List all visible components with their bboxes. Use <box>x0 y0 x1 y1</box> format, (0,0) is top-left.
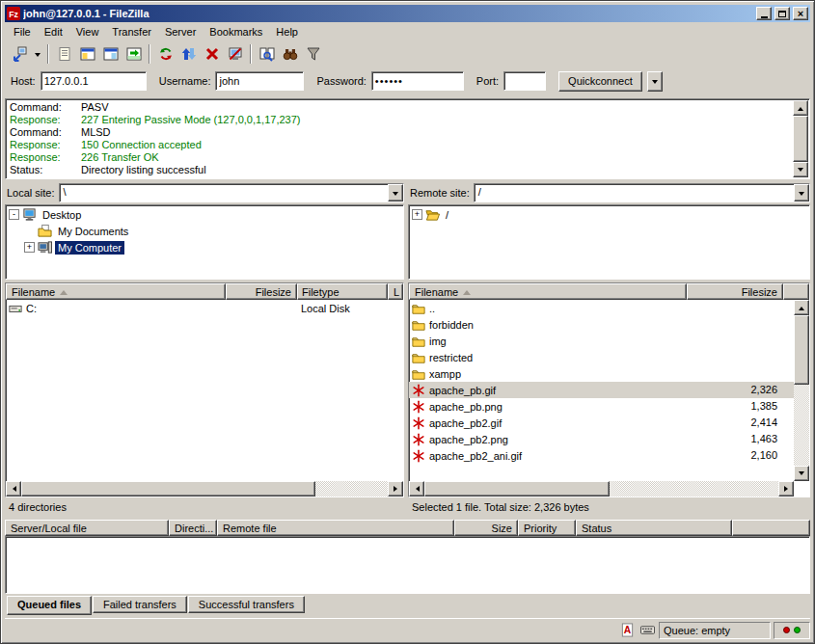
disconnect-button[interactable] <box>224 43 246 65</box>
cancel-button[interactable] <box>201 43 223 65</box>
filter-button[interactable] <box>302 43 324 65</box>
toggle-queue-button[interactable] <box>122 43 145 65</box>
menu-server[interactable]: Server <box>158 24 203 40</box>
menu-file[interactable]: File <box>7 24 38 40</box>
table-row[interactable]: apache_pb2.png 1,463 <box>409 431 794 447</box>
scroll-track[interactable] <box>794 385 809 466</box>
menu-transfer[interactable]: Transfer <box>105 24 158 40</box>
column-header-filename[interactable]: Filename <box>409 283 687 300</box>
toggle-local-tree-button[interactable] <box>76 43 98 65</box>
remote-horizontal-scrollbar[interactable] <box>409 481 794 496</box>
tab-failed-transfers[interactable]: Failed transfers <box>93 596 187 613</box>
queue-body[interactable] <box>5 536 810 594</box>
column-header-filename[interactable]: Filename <box>6 283 226 300</box>
quickconnect-dropdown-button[interactable] <box>647 71 663 92</box>
scroll-up-button[interactable] <box>794 300 809 315</box>
computer-icon <box>38 240 52 255</box>
table-row[interactable]: forbidden <box>409 316 794 333</box>
column-header-filesize[interactable]: Filesize <box>226 283 297 300</box>
table-row[interactable]: apache_pb2.gif 2,414 <box>409 415 794 431</box>
scroll-down-button[interactable] <box>794 466 809 481</box>
menu-edit[interactable]: Edit <box>38 24 69 40</box>
menu-help[interactable]: Help <box>269 24 305 40</box>
remote-vertical-scrollbar[interactable] <box>794 300 809 481</box>
refresh-button[interactable] <box>154 43 177 65</box>
arrow-left-icon <box>10 486 16 492</box>
scroll-track[interactable] <box>315 481 388 496</box>
scroll-down-button[interactable] <box>793 162 808 177</box>
column-header-filetype[interactable]: Filetype <box>297 283 388 300</box>
toggle-log-button[interactable] <box>53 43 75 65</box>
minimize-button[interactable] <box>756 7 772 20</box>
column-header-remote-file[interactable]: Remote file <box>217 520 454 536</box>
combo-dropdown-button[interactable] <box>388 184 403 201</box>
directory-compare-button[interactable] <box>256 43 278 65</box>
table-row[interactable]: apache_pb2_ani.gif 2,160 <box>409 447 794 464</box>
title-bar: john@127.0.0.1 - FileZilla × <box>5 5 810 22</box>
password-input[interactable] <box>371 71 464 91</box>
scroll-up-button[interactable] <box>793 100 808 116</box>
remote-site-combobox[interactable]: / <box>474 183 810 202</box>
local-site-combobox[interactable]: \ <box>59 183 404 202</box>
local-horizontal-scrollbar[interactable] <box>6 481 403 496</box>
expand-icon[interactable]: + <box>412 209 422 220</box>
column-header-status[interactable]: Status <box>576 520 732 536</box>
tab-queued-files[interactable]: Queued files <box>7 596 92 615</box>
table-row[interactable]: restricted <box>409 349 794 365</box>
scroll-right-button[interactable] <box>388 481 403 496</box>
table-row[interactable]: xampp <box>409 365 794 382</box>
scroll-left-button[interactable] <box>6 481 21 496</box>
open-folder-icon <box>425 207 440 222</box>
combo-dropdown-button[interactable] <box>794 184 809 201</box>
tree-item-my-computer[interactable]: + My Computer <box>7 239 402 255</box>
table-row[interactable]: .. <box>409 300 794 316</box>
column-header-lastmodified[interactable]: L <box>388 283 403 300</box>
site-manager-button[interactable] <box>8 43 30 65</box>
quickconnect-button[interactable]: Quickconnect <box>558 71 642 92</box>
maximize-icon <box>778 11 786 17</box>
column-header-filesize[interactable]: Filesize <box>687 283 783 300</box>
log-vertical-scrollbar[interactable] <box>793 100 808 177</box>
column-header-priority[interactable]: Priority <box>518 520 576 536</box>
tab-successful-transfers[interactable]: Successful transfers <box>188 596 305 613</box>
host-input[interactable] <box>41 71 147 91</box>
site-manager-dropdown-button[interactable] <box>31 43 43 65</box>
table-row[interactable]: C: Local Disk <box>6 300 403 316</box>
menu-bookmarks[interactable]: Bookmarks <box>203 24 269 40</box>
window-title: john@127.0.0.1 - FileZilla <box>23 8 753 19</box>
username-input[interactable] <box>215 71 304 91</box>
tree-item-root[interactable]: + / <box>410 206 808 223</box>
arrow-right-icon <box>784 486 791 492</box>
input-indicator[interactable] <box>638 622 656 639</box>
file-name: C: <box>26 303 37 314</box>
column-header-direction[interactable]: Directi... <box>169 520 217 536</box>
scroll-thumb[interactable] <box>21 481 315 496</box>
remote-list-body: .. forbidden img restricted <box>409 300 809 481</box>
scroll-track[interactable] <box>610 481 778 496</box>
close-button[interactable]: × <box>793 7 808 20</box>
column-header-server-local-file[interactable]: Server/Local file <box>5 520 169 536</box>
table-row-selected[interactable]: apache_pb.gif 2,326 <box>409 382 794 398</box>
expand-icon[interactable]: + <box>24 242 35 253</box>
remote-tree: + / <box>408 204 810 280</box>
table-row[interactable]: img <box>409 333 794 349</box>
scroll-left-button[interactable] <box>409 481 424 496</box>
toggle-remote-tree-button[interactable] <box>99 43 122 65</box>
file-name: xampp <box>429 368 461 380</box>
table-row[interactable]: apache_pb.png 1,385 <box>409 398 794 415</box>
tree-item-label: My Documents <box>55 225 131 238</box>
column-header-size[interactable]: Size <box>454 520 518 536</box>
transfer-type-indicator[interactable] <box>618 622 636 639</box>
scroll-thumb[interactable] <box>794 315 809 385</box>
port-input[interactable] <box>503 71 546 91</box>
menu-view[interactable]: View <box>69 24 106 40</box>
process-queue-button[interactable] <box>177 43 200 65</box>
collapse-icon[interactable]: - <box>9 209 19 220</box>
scroll-right-button[interactable] <box>778 481 794 496</box>
tree-item-my-documents[interactable]: My Documents <box>7 223 402 239</box>
find-button[interactable] <box>279 43 301 65</box>
maximize-button[interactable] <box>774 7 790 20</box>
tree-item-desktop[interactable]: - Desktop <box>7 206 402 223</box>
scroll-thumb[interactable] <box>793 116 808 162</box>
scroll-thumb[interactable] <box>424 481 610 496</box>
